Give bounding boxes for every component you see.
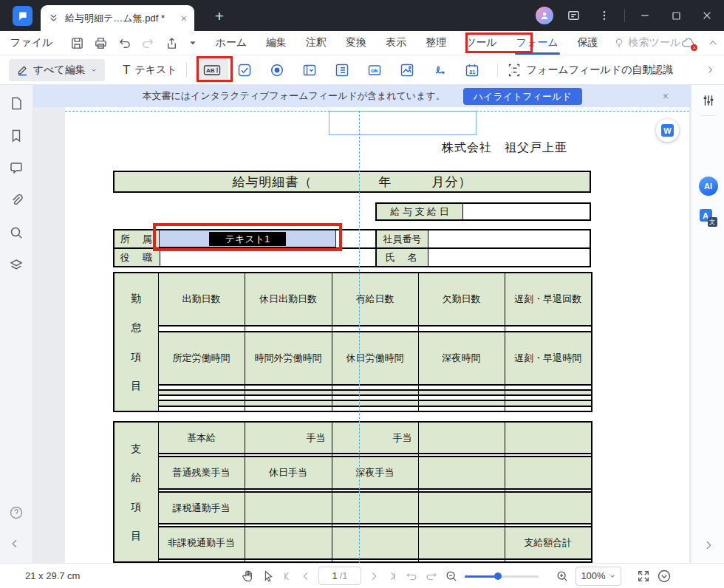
titlebar: 給与明細テ…ム無.pdf * × + — [0, 0, 724, 31]
view-mode-icon[interactable] — [657, 569, 672, 584]
menu-home[interactable]: ホーム — [215, 36, 247, 49]
menu-comment[interactable]: 注釈 — [306, 36, 327, 49]
total-pages: /1 — [340, 570, 348, 581]
notification-close-icon[interactable]: × — [663, 90, 669, 102]
zoom-out-icon[interactable] — [445, 570, 458, 583]
share-icon[interactable] — [165, 36, 179, 50]
save-icon[interactable] — [70, 36, 84, 50]
menu-protect[interactable]: 保護 — [578, 36, 598, 49]
hand-tool-icon[interactable] — [241, 569, 255, 583]
menu-view[interactable]: 表示 — [386, 36, 406, 49]
new-text-field-outline[interactable] — [329, 111, 477, 135]
auto-recognize-fields-button[interactable]: フォームフィールドの自動認識 — [507, 63, 674, 78]
listbox-field-tool[interactable] — [326, 58, 358, 82]
select-tool-icon[interactable] — [262, 570, 275, 583]
cloud-sync-error-icon[interactable]: × — [680, 35, 696, 51]
attendance-header-cell: 休日出勤日数 — [245, 273, 332, 326]
attendance-header-cell: 出勤日数 — [158, 273, 245, 326]
undo-icon[interactable] — [117, 36, 132, 50]
close-window-button[interactable] — [696, 4, 718, 27]
employee-no-value-cell — [428, 230, 590, 248]
redo-icon[interactable] — [141, 36, 155, 50]
new-tab-button[interactable]: + — [210, 7, 229, 26]
chevron-down-icon — [90, 66, 98, 74]
toolbar-overflow-icon[interactable] — [706, 65, 715, 75]
collapse-left-panel-icon[interactable] — [9, 538, 24, 553]
text1-form-field[interactable]: テキスト1 — [159, 230, 336, 247]
highlight-fields-button[interactable]: ハイライトフィールド — [463, 88, 582, 105]
attendance-header-cell: 時間外労働時間 — [245, 332, 332, 385]
expand-right-panel-icon[interactable] — [691, 539, 724, 551]
zoom-level-dropdown[interactable]: 100% — [576, 567, 621, 586]
edit-all-button[interactable]: すべて編集 — [9, 59, 105, 81]
search-tool[interactable]: 検索ツール — [613, 36, 681, 49]
next-page-icon[interactable] — [368, 570, 380, 582]
collapse-toolbar-icon[interactable] — [708, 38, 718, 48]
text-tool-button[interactable]: T テキスト — [123, 63, 177, 78]
comments-icon[interactable] — [9, 161, 24, 176]
zoom-in-icon[interactable] — [556, 570, 569, 583]
name-label-cell: 氏 名 — [376, 248, 428, 267]
more-menu-icon[interactable] — [593, 4, 615, 27]
radio-field-tool[interactable] — [261, 58, 293, 82]
ai-assistant-button[interactable]: AI — [691, 177, 724, 196]
user-avatar[interactable] — [536, 7, 553, 24]
rotate-right-icon[interactable] — [425, 570, 438, 583]
menu-form[interactable]: フォーム — [516, 36, 559, 49]
menu-organize[interactable]: 整理 — [426, 36, 446, 49]
print-icon[interactable] — [94, 36, 108, 50]
last-page-icon[interactable] — [386, 570, 398, 582]
svg-text:31: 31 — [469, 68, 475, 75]
button-field-tool[interactable]: ok — [358, 58, 391, 82]
zoom-level-value: 100% — [581, 570, 605, 581]
pdf-page: 株式会社 祖父戸上亜 給与明細書（ 年 月分） 給 与 支 給 日 所 属 役 … — [65, 107, 689, 563]
properties-sliders-icon[interactable] — [691, 94, 724, 107]
checkbox-field-tool[interactable] — [228, 58, 261, 82]
bookmarks-icon[interactable] — [9, 129, 24, 143]
text-field-tool-button[interactable]: AB — [196, 58, 228, 82]
app-logo-icon — [13, 6, 33, 26]
image-field-tool[interactable] — [391, 58, 423, 82]
position-label-cell: 役 職 — [114, 248, 160, 267]
menu-convert[interactable]: 変換 — [346, 36, 366, 49]
left-panel-rail — [0, 85, 33, 563]
menu-nav: ホーム 編集 注釈 変換 表示 整理 ツール フォーム 保護 — [215, 36, 598, 49]
translate-icon: A 文 — [700, 209, 717, 227]
zoom-slider[interactable] — [465, 571, 539, 581]
document-tab[interactable]: 給与明細テ…ム無.pdf * × — [41, 5, 194, 31]
menu-file[interactable]: ファイル — [10, 36, 52, 49]
payment-header-cell: 普通残業手当 — [158, 457, 245, 488]
layers-icon[interactable] — [9, 258, 24, 273]
menu-tools[interactable]: ツール — [465, 36, 497, 49]
signature-field-tool[interactable] — [423, 58, 456, 82]
payment-header-cell: 非課税通勤手当 — [158, 527, 245, 558]
maximize-button[interactable] — [665, 4, 687, 27]
attendance-table: 勤怠項目 出勤日数 休日出勤日数 有給日数 欠勤日数 遅刻・早退回数 所定労働時… — [113, 272, 592, 412]
minimize-button[interactable] — [634, 4, 656, 27]
fullscreen-icon[interactable] — [637, 570, 650, 583]
page-size-label: 21 x 29.7 cm — [25, 570, 80, 581]
date-field-tool[interactable]: 31 — [456, 58, 488, 82]
page-number-input[interactable]: 1 /1 — [318, 567, 361, 585]
chevron-down-icon — [609, 572, 616, 580]
document-viewport[interactable]: 本文書にはインタラクティブフォームフィールドが含まれています。 ハイライトフィー… — [33, 85, 691, 563]
help-icon[interactable] — [9, 505, 24, 520]
first-page-icon[interactable] — [281, 570, 293, 582]
previous-page-icon[interactable] — [300, 570, 312, 582]
zoom-slider-thumb[interactable] — [494, 572, 502, 580]
combobox-field-tool[interactable] — [293, 58, 326, 82]
search-icon[interactable] — [9, 225, 24, 240]
rotate-left-icon[interactable] — [405, 570, 418, 583]
tab-close-icon[interactable]: × — [181, 13, 187, 24]
feedback-icon[interactable] — [562, 4, 584, 27]
toolbar-options-caret-icon[interactable] — [188, 38, 197, 47]
tab-list-chevron-icon[interactable] — [48, 13, 59, 24]
menu-edit[interactable]: 編集 — [266, 36, 287, 49]
company-name: 株式会社 祖父戸上亜 — [442, 140, 575, 156]
toolbar-separator — [497, 63, 498, 78]
pay-date-label: 給 与 支 給 日 — [377, 204, 463, 219]
attachments-icon[interactable] — [9, 193, 24, 208]
page-thumbnails-icon[interactable] — [9, 96, 24, 111]
word-export-float-button[interactable]: W — [656, 119, 679, 142]
translate-button[interactable]: A 文 — [691, 209, 724, 227]
